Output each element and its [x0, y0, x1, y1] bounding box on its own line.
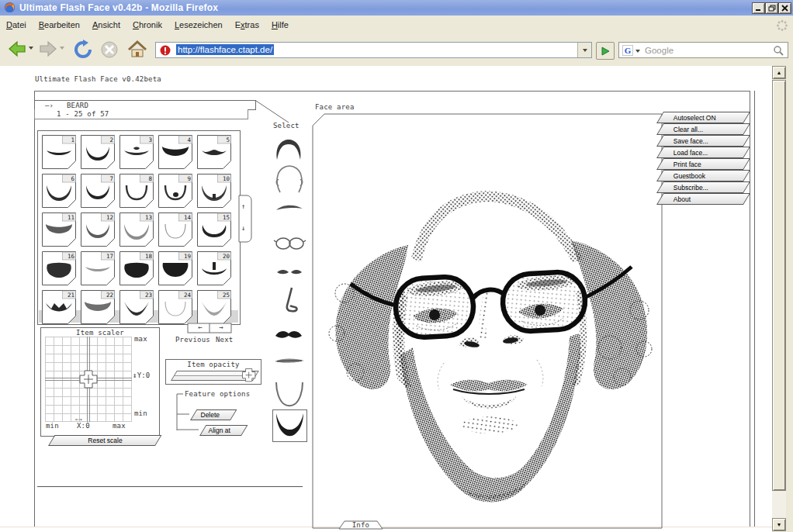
close-button[interactable]	[778, 2, 791, 14]
previous-arrow-button[interactable]: ←	[190, 323, 210, 331]
beard-thumbnail-19[interactable]: 19	[158, 251, 192, 285]
scaler-grid[interactable]	[45, 337, 132, 422]
category-label: BEARD	[67, 102, 88, 109]
category-range-bar: 1 - 25 of 57	[34, 109, 248, 119]
item-scaler-panel: Item scaler max ↕Y:0 min min ←→ X:0 max	[40, 327, 160, 437]
beard-thumbnail-9[interactable]: 9	[158, 174, 192, 208]
search-engine-dropdown[interactable]	[635, 50, 640, 53]
delete-button[interactable]: Delete	[190, 409, 237, 420]
menu-item-chronik[interactable]: Chronik	[126, 16, 168, 33]
beard-thumbnail-21[interactable]: 21	[42, 290, 76, 324]
svg-text:G: G	[625, 46, 632, 55]
beard-thumbnail-2[interactable]: 2	[81, 135, 115, 169]
next-arrow-button[interactable]: →	[211, 323, 231, 331]
category-range: 1 - 25 of 57	[57, 110, 109, 118]
restore-button[interactable]	[765, 2, 778, 14]
browser-window: Ultimate Flash Face v0.42b - Mozilla Fir…	[0, 0, 793, 532]
opacity-handle[interactable]	[241, 367, 258, 384]
menu-item-datei[interactable]: Datei	[0, 16, 33, 33]
minimize-button[interactable]	[752, 2, 765, 14]
next-label: Next	[216, 336, 233, 344]
action-button-clear-all[interactable]: Clear all...	[656, 123, 750, 135]
window-title: Ultimate Flash Face v0.42b - Mozilla Fir…	[19, 2, 218, 13]
menu-item-ansicht[interactable]: Ansicht	[86, 16, 126, 33]
beard-thumbnail-20[interactable]: 20	[197, 251, 231, 285]
back-arrow-icon	[9, 42, 25, 56]
beard-thumbnail-3[interactable]: 3	[119, 135, 154, 169]
scaler-handle[interactable]	[80, 371, 97, 388]
action-button-print-face[interactable]: Print face	[656, 158, 750, 170]
beard-thumbnail-8[interactable]: 8	[119, 174, 154, 208]
select-hair-thumbnail[interactable]	[272, 137, 306, 162]
beard-thumbnail-1[interactable]: 1	[42, 135, 76, 169]
grid-scroll-up[interactable]: ↑	[241, 202, 246, 210]
beard-thumbnail-11[interactable]: 11	[42, 212, 76, 247]
menu-item-bearbeiten[interactable]: Bearbeiten	[33, 16, 86, 33]
beard-thumbnail-22[interactable]: 22	[81, 290, 115, 324]
scroll-thumb[interactable]	[772, 80, 786, 491]
beard-thumbnail-25[interactable]: 25	[197, 290, 231, 324]
action-button-autoselect-on[interactable]: Autoselect ON	[656, 112, 750, 123]
select-jaw-thumbnail[interactable]	[272, 381, 306, 409]
face-area-label: Face area	[315, 103, 355, 111]
action-button-subscribe[interactable]: Subscribe...	[656, 181, 750, 193]
reload-button[interactable]	[73, 40, 93, 60]
search-icon[interactable]	[773, 45, 784, 56]
scroll-up-button[interactable]: ▲	[772, 66, 786, 79]
select-mouth-thumbnail[interactable]	[272, 356, 306, 367]
back-button[interactable]	[8, 40, 26, 58]
scaler-max-bottom: max	[113, 422, 126, 430]
select-nose-thumbnail[interactable]	[278, 286, 304, 314]
url-dropdown-button[interactable]	[577, 43, 591, 57]
home-button[interactable]	[127, 40, 147, 60]
align-at-button[interactable]: Align at	[199, 425, 248, 436]
action-button-save-face[interactable]: Save face...	[656, 135, 750, 147]
beard-thumbnail-18[interactable]: 18	[119, 251, 154, 285]
grid-scroll-down[interactable]: ↓	[241, 224, 246, 232]
scroll-down-button[interactable]: ▼	[772, 518, 786, 531]
beard-thumbnail-4[interactable]: 4	[158, 135, 192, 169]
beard-thumbnail-10[interactable]: 10	[197, 174, 231, 208]
beard-thumbnail-16[interactable]: 16	[42, 251, 76, 285]
select-mustache-thumbnail[interactable]	[272, 327, 306, 341]
url-text: http://flashface.ctapt.de/	[176, 44, 274, 55]
search-box[interactable]: G	[618, 42, 788, 58]
scaler-max-top: max	[134, 335, 147, 343]
beard-thumbnail-13[interactable]: 13	[119, 212, 154, 247]
beard-thumbnail-24[interactable]: 24	[158, 290, 192, 324]
beard-thumbnail-23[interactable]: 23	[119, 290, 154, 324]
menu-item-lesezeichen[interactable]: Lesezeichen	[168, 16, 229, 33]
beard-thumbnail-17[interactable]: 17	[81, 251, 115, 285]
back-dropdown[interactable]	[29, 47, 33, 50]
select-head-thumbnail[interactable]	[272, 164, 306, 194]
action-button-load-face[interactable]: Load face...	[656, 147, 750, 158]
action-button-guestbook[interactable]: Guestbook	[656, 170, 750, 181]
forward-dropdown[interactable]	[60, 47, 64, 50]
search-input[interactable]	[643, 43, 763, 57]
beard-thumbnail-7[interactable]: 7	[81, 174, 115, 208]
beard-thumbnail-12[interactable]: 12	[81, 212, 115, 247]
select-beard-thumbnail[interactable]	[273, 410, 306, 441]
beard-thumbnail-6[interactable]: 6	[42, 174, 76, 208]
svg-text:15: 15	[223, 214, 230, 221]
svg-text:16: 16	[68, 253, 75, 260]
beard-thumbnail-14[interactable]: 14	[158, 212, 192, 247]
action-button-about[interactable]: About	[656, 193, 750, 205]
go-button[interactable]	[596, 42, 615, 60]
svg-text:8: 8	[148, 175, 152, 182]
svg-text:3: 3	[148, 136, 152, 143]
select-eyebrows-thumbnail[interactable]	[273, 202, 306, 213]
reset-scale-button[interactable]: Reset scale	[48, 435, 161, 446]
menu-item-extras[interactable]: Extras	[229, 16, 265, 33]
stop-button[interactable]	[99, 40, 119, 60]
url-bar[interactable]: http://flashface.ctapt.de/	[155, 42, 592, 58]
previous-label: Previous	[175, 336, 210, 344]
forward-button[interactable]	[39, 40, 57, 58]
beard-thumbnail-15[interactable]: 15	[197, 212, 231, 247]
select-eyes-thumbnail[interactable]	[274, 267, 305, 278]
beard-thumbnail-5[interactable]: 5	[197, 135, 231, 169]
info-tab-label: Info	[347, 521, 375, 529]
svg-text:2: 2	[109, 136, 113, 143]
menu-item-hilfe[interactable]: Hilfe	[265, 16, 295, 33]
select-glasses-thumbnail[interactable]	[272, 235, 306, 252]
